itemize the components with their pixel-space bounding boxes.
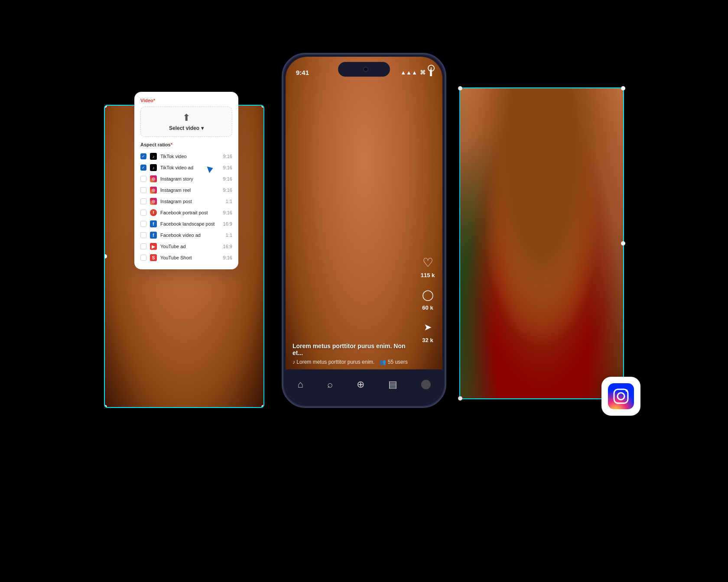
aspect-item-fb-landscape[interactable]: f Facebook landscape post 16:9 <box>140 218 232 230</box>
wifi-icon: ⌘ <box>420 69 426 76</box>
comment-count: 60 k <box>422 304 433 311</box>
resize-handle-tl[interactable] <box>458 86 462 91</box>
nav-inbox[interactable]: ▤ <box>388 379 397 390</box>
aspect-ratio-youtube-short: 9:16 <box>223 255 232 260</box>
share-icon: ➤ <box>420 320 436 335</box>
aspect-item-fb-portrait[interactable]: f Facebook portrait post 9:16 <box>140 207 232 218</box>
svg-rect-0 <box>608 383 634 409</box>
aspect-item-instagram-post[interactable]: ◎ Instagram post 1:1 <box>140 196 232 207</box>
aspect-ratio-tiktok-video: 9:16 <box>223 154 232 159</box>
select-video-button[interactable]: ⬆ Select video ▾ <box>140 107 232 137</box>
checkbox-youtube-short[interactable] <box>140 255 146 261</box>
aspect-ratio-youtube-ad: 16:9 <box>223 244 232 249</box>
resize-handle-bl[interactable] <box>458 396 462 401</box>
fb-landscape-icon: f <box>150 220 157 227</box>
front-camera <box>363 67 368 72</box>
heart-icon: ♡ <box>420 255 436 270</box>
video-field-label: Video* <box>140 98 232 103</box>
instagram-icon <box>608 383 634 409</box>
aspect-ratio-fb-portrait: 9:16 <box>223 210 232 215</box>
phone-screen: 9:41 ▲▲▲ ⌘ ▐ ⊙ <box>286 57 442 404</box>
like-count: 115 k <box>421 272 435 278</box>
phone-body: 9:41 ▲▲▲ ⌘ ▐ ⊙ <box>282 53 446 408</box>
aspect-item-instagram-story[interactable]: ◎ Instagram story 9:16 <box>140 173 232 184</box>
aspect-item-youtube-short[interactable]: S YouTube Short 9:16 <box>140 252 232 263</box>
nav-add[interactable]: ⊕ <box>357 379 364 390</box>
bottom-nav: ⌂ ⌕ ⊕ ▤ <box>286 369 442 404</box>
tiktok-icon: ♪ <box>150 153 157 160</box>
like-action[interactable]: ♡ 115 k <box>420 255 436 278</box>
aspect-ratio-instagram-reel: 9:16 <box>223 188 232 193</box>
svg-point-3 <box>626 390 628 392</box>
phone-notch <box>338 62 390 77</box>
checkbox-tiktok-ad[interactable] <box>140 165 146 171</box>
aspect-item-youtube-ad[interactable]: ▶ YouTube ad 16:9 <box>140 241 232 252</box>
aspect-item-instagram-reel[interactable]: ◎ Instagram reel 9:16 <box>140 184 232 196</box>
instagram-story-icon: ◎ <box>150 175 157 182</box>
fb-portrait-icon: f <box>150 209 157 216</box>
aspect-name-youtube-ad: YouTube ad <box>160 244 220 249</box>
nav-search[interactable]: ⌕ <box>327 379 333 390</box>
checkbox-fb-portrait[interactable] <box>140 210 146 216</box>
aspect-item-tiktok-video[interactable]: ♪ TikTok video 9:16 <box>140 151 232 162</box>
instagram-reel-icon: ◎ <box>150 187 157 194</box>
phone-mockup: 9:41 ▲▲▲ ⌘ ▐ ⊙ <box>282 53 446 408</box>
caption-area: Lorem metus porttitor purus enim. Non et… <box>292 343 412 365</box>
ui-panel: Video* ⬆ Select video ▾ Aspect ratios* ♪… <box>134 92 238 269</box>
resize-handle-tr[interactable] <box>621 86 625 91</box>
resize-handle-tr[interactable] <box>261 105 264 108</box>
comment-icon: ◯ <box>420 287 436 303</box>
aspect-name-youtube-short: YouTube Short <box>160 255 220 260</box>
nav-home[interactable]: ⌂ <box>297 379 303 390</box>
aspect-name-fb-video-ad: Facebook video ad <box>160 233 222 238</box>
youtube-ad-icon: ▶ <box>150 243 157 250</box>
resize-handle-bl[interactable] <box>104 405 107 408</box>
aspect-name-tiktok-video: TikTok video <box>160 154 220 159</box>
aspect-ratio-fb-landscape: 16:9 <box>223 221 232 226</box>
aspect-name-tiktok-ad: TikTok video ad <box>160 165 220 170</box>
caption-title: Lorem metus porttitor purus enim. Non et… <box>292 343 412 356</box>
select-video-text: Select video ▾ <box>169 125 204 131</box>
checkbox-instagram-story[interactable] <box>140 176 146 182</box>
aspect-name-fb-landscape: Facebook landscape post <box>160 221 220 226</box>
aspect-name-fb-portrait: Facebook portrait post <box>160 210 220 215</box>
aspect-name-instagram-story: Instagram story <box>160 176 220 181</box>
checkbox-tiktok-video[interactable] <box>140 153 146 159</box>
status-time: 9:41 <box>296 69 309 76</box>
aspect-name-instagram-post: Instagram post <box>160 199 222 204</box>
comment-action[interactable]: ◯ 60 k <box>420 287 436 311</box>
aspect-item-fb-video-ad[interactable]: f Facebook video ad 1:1 <box>140 230 232 241</box>
instagram-post-icon: ◎ <box>150 198 157 205</box>
resize-handle-br[interactable] <box>261 405 264 408</box>
nav-profile[interactable] <box>421 380 431 389</box>
right-instagram-frame <box>459 87 624 399</box>
share-action[interactable]: ➤ 32 k <box>420 320 436 343</box>
scene: 9:41 ▲▲▲ ⌘ ▐ ⊙ <box>104 53 624 529</box>
aspect-ratio-instagram-story: 9:16 <box>223 176 232 181</box>
aspect-ratio-list: ♪ TikTok video 9:16 ♪ TikTok video ad 9:… <box>140 151 232 263</box>
status-icons: ▲▲▲ ⌘ ▐ <box>400 69 432 76</box>
share-count: 32 k <box>422 337 433 343</box>
aspect-ratio-fb-video-ad: 1:1 <box>226 233 232 238</box>
aspect-item-tiktok-ad[interactable]: ♪ TikTok video ad 9:16 <box>140 162 232 173</box>
aspect-ratio-tiktok-ad: 9:16 <box>223 165 232 170</box>
checkbox-fb-landscape[interactable] <box>140 221 146 227</box>
upload-icon: ⬆ <box>182 112 190 123</box>
right-frame-image <box>460 88 623 398</box>
aspect-ratios-label: Aspect ratios* <box>140 142 232 147</box>
youtube-short-icon: S <box>150 254 157 261</box>
checkbox-youtube-ad[interactable] <box>140 243 146 249</box>
checkbox-fb-video-ad[interactable] <box>140 232 146 238</box>
music-label: ♪ Lorem metus porttitor purus enim. <box>292 359 374 365</box>
chevron-down-icon: ▾ <box>201 125 204 131</box>
aspect-ratio-instagram-post: 1:1 <box>226 199 232 204</box>
checkbox-instagram-post[interactable] <box>140 198 146 204</box>
checkbox-instagram-reel[interactable] <box>140 187 146 193</box>
signal-icon: ▲▲▲ <box>400 69 417 76</box>
resize-handle-mr[interactable] <box>621 241 625 246</box>
side-actions: ♡ 115 k ◯ 60 k ➤ 32 k <box>420 255 436 343</box>
tiktok-ad-icon: ♪ <box>150 164 157 171</box>
users-label: 👥 55 users <box>380 359 407 365</box>
battery-icon: ▐ <box>428 69 432 76</box>
caption-sub: ♪ Lorem metus porttitor purus enim. 👥 55… <box>292 359 412 365</box>
